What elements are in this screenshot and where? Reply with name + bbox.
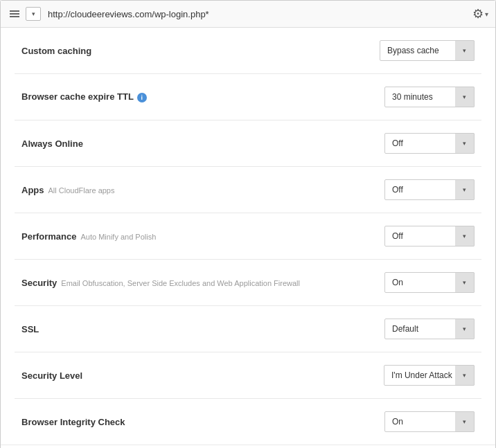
label-text-ssl: SSL xyxy=(21,324,39,334)
select-wrapper-browser-integrity-check: OffOn▾ xyxy=(384,411,475,432)
label-security: SecurityEmail Obfuscation, Server Side E… xyxy=(21,278,300,288)
select-always-online[interactable]: OffOn xyxy=(384,133,475,154)
select-performance[interactable]: OffOn xyxy=(384,226,475,247)
label-custom-caching: Custom caching xyxy=(21,46,91,56)
row-apps: AppsAll CloudFlare appsOffOn▾ xyxy=(15,167,481,213)
select-wrapper-security: OffOn▾ xyxy=(384,272,475,293)
row-custom-caching: Custom cachingBypass cacheStandardAggres… xyxy=(15,28,481,74)
titlebar: ▾ http://cloudeereviews.com/wp-login.php… xyxy=(1,1,495,28)
gear-button[interactable]: ⚙ ▾ xyxy=(472,6,488,21)
row-browser-integrity-check: Browser Integrity CheckOffOn▾ xyxy=(15,399,481,445)
url-bar: http://cloudeereviews.com/wp-login.php* xyxy=(48,9,472,19)
footer: Cancel Update xyxy=(1,445,495,448)
label-ssl: SSL xyxy=(21,324,39,334)
select-wrapper-custom-caching: Bypass cacheStandardAggressiveCache Ever… xyxy=(380,40,475,61)
select-browser-integrity-check[interactable]: OffOn xyxy=(384,411,475,432)
select-security-level[interactable]: Essentially OffLowMediumHighI'm Under At… xyxy=(384,365,475,386)
titlebar-icons: ▾ xyxy=(8,7,41,21)
label-performance: PerformanceAuto Minify and Polish xyxy=(21,231,156,242)
select-apps[interactable]: OffOn xyxy=(384,179,475,200)
label-browser-cache-expire-ttl: Browser cache expire TTLi xyxy=(21,91,147,102)
row-security: SecurityEmail Obfuscation, Server Side E… xyxy=(15,260,481,306)
row-browser-cache-expire-ttl: Browser cache expire TTLi30 minutes1 hou… xyxy=(15,74,481,120)
label-browser-integrity-check: Browser Integrity Check xyxy=(21,417,125,427)
hamburger-icon[interactable] xyxy=(8,7,21,21)
gear-chevron-icon: ▾ xyxy=(485,10,488,18)
select-browser-cache-expire-ttl[interactable]: 30 minutes1 hour2 hours4 hours8 hours1 d… xyxy=(384,87,475,107)
label-text-apps: Apps xyxy=(21,185,44,195)
info-icon-browser-cache-expire-ttl[interactable]: i xyxy=(137,93,147,102)
select-wrapper-security-level: Essentially OffLowMediumHighI'm Under At… xyxy=(384,365,475,386)
row-ssl: SSLDefaultOffFlexibleFullFull (Strict)▾ xyxy=(15,306,481,352)
select-ssl[interactable]: DefaultOffFlexibleFullFull (Strict) xyxy=(384,319,475,339)
sublabel-security: Email Obfuscation, Server Side Excludes … xyxy=(61,279,300,287)
row-always-online: Always OnlineOffOn▾ xyxy=(15,120,481,167)
label-text-security: Security xyxy=(21,278,57,288)
select-wrapper-always-online: OffOn▾ xyxy=(384,133,475,154)
select-wrapper-performance: OffOn▾ xyxy=(384,226,475,247)
select-security[interactable]: OffOn xyxy=(384,272,475,293)
label-text-custom-caching: Custom caching xyxy=(21,46,91,56)
label-security-level: Security Level xyxy=(21,370,82,381)
select-custom-caching[interactable]: Bypass cacheStandardAggressiveCache Ever… xyxy=(380,40,475,61)
label-text-performance: Performance xyxy=(21,231,76,242)
label-always-online: Always Online xyxy=(21,138,83,149)
row-performance: PerformanceAuto Minify and PolishOffOn▾ xyxy=(15,213,481,260)
select-wrapper-browser-cache-expire-ttl: 30 minutes1 hour2 hours4 hours8 hours1 d… xyxy=(384,87,475,107)
select-wrapper-apps: OffOn▾ xyxy=(384,179,475,200)
navigate-dropdown-button[interactable]: ▾ xyxy=(26,7,41,21)
label-apps: AppsAll CloudFlare apps xyxy=(21,185,115,195)
sublabel-apps: All CloudFlare apps xyxy=(48,186,115,195)
label-text-always-online: Always Online xyxy=(21,138,83,149)
label-text-browser-cache-expire-ttl: Browser cache expire TTL xyxy=(21,91,134,102)
gear-icon: ⚙ xyxy=(472,6,484,21)
select-wrapper-ssl: DefaultOffFlexibleFullFull (Strict)▾ xyxy=(384,319,475,339)
row-security-level: Security LevelEssentially OffLowMediumHi… xyxy=(15,352,481,399)
sublabel-performance: Auto Minify and Polish xyxy=(80,233,156,241)
settings-content: Custom cachingBypass cacheStandardAggres… xyxy=(1,28,495,445)
label-text-browser-integrity-check: Browser Integrity Check xyxy=(21,417,125,427)
label-text-security-level: Security Level xyxy=(21,370,82,381)
main-window: ▾ http://cloudeereviews.com/wp-login.php… xyxy=(0,0,496,448)
